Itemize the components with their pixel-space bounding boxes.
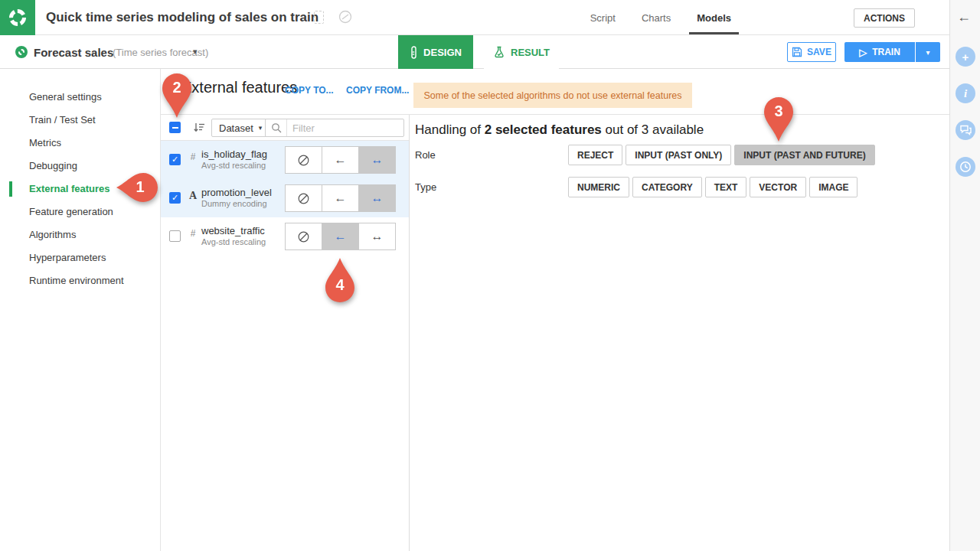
sidebar-item-general-settings[interactable]: General settings: [0, 86, 160, 109]
train-button[interactable]: ▷ TRAIN: [844, 42, 916, 62]
feature-row[interactable]: ✓ A promotion_level Dummy encoding ← ↔: [161, 179, 409, 217]
role-input-past-and-future-button[interactable]: INPUT (PAST AND FUTURE): [734, 145, 874, 165]
input-past-only-toggle[interactable]: ←: [322, 185, 359, 211]
dataset-dropdown[interactable]: Dataset ▾: [211, 119, 270, 137]
role-label: Role: [415, 149, 436, 161]
callout-pin-2: 2: [162, 73, 191, 118]
past-and-future-arrow-icon: ↔: [371, 191, 384, 205]
feature-checkbox[interactable]: ✓: [169, 192, 181, 204]
copy-to-link[interactable]: COPY TO...: [285, 85, 334, 96]
feature-name: website_traffic: [201, 225, 265, 236]
numeric-type-icon: #: [187, 152, 199, 162]
past-only-arrow-icon: ←: [335, 230, 347, 243]
save-floppy-icon: [792, 47, 802, 57]
result-tab-label: RESULT: [511, 47, 550, 58]
panel-title: External features: [181, 79, 297, 96]
sort-icon[interactable]: [193, 122, 205, 136]
model-toolbar: Forecast sales (Time series forecast) ▾ …: [0, 35, 949, 69]
right-rail: ← + i: [949, 0, 980, 551]
sidebar-item-hyperparameters[interactable]: Hyperparameters: [0, 246, 160, 269]
info-icon[interactable]: i: [956, 83, 975, 103]
type-image-button[interactable]: IMAGE: [809, 177, 858, 197]
sidebar-item-metrics[interactable]: Metrics: [0, 132, 160, 155]
sidebar-item-runtime-environment[interactable]: Runtime environment: [0, 269, 160, 292]
settings-sidebar: General settings Train / Test Set Metric…: [0, 69, 161, 551]
panel-header: External features COPY TO... COPY FROM..…: [161, 69, 949, 115]
filter-box: [265, 119, 404, 137]
save-button[interactable]: SAVE: [787, 42, 836, 62]
dataset-dropdown-label: Dataset: [219, 122, 253, 134]
train-button-group: ▷ TRAIN ▾: [844, 42, 940, 62]
filter-input[interactable]: [287, 122, 387, 134]
top-tab-bar: Script Charts Models: [590, 0, 731, 35]
text-type-icon: A: [187, 190, 199, 202]
tab-models[interactable]: Models: [697, 12, 731, 24]
result-tab[interactable]: RESULT: [484, 35, 559, 69]
type-vector-button[interactable]: VECTOR: [750, 177, 806, 197]
feature-row[interactable]: ✓ # is_holiday_flag Avg-std rescaling ← …: [161, 141, 409, 179]
callout-pin-4: 4: [325, 258, 354, 302]
callout-pin-1: 1: [116, 173, 158, 202]
reject-toggle[interactable]: [286, 185, 322, 211]
feature-name: is_holiday_flag: [201, 148, 267, 160]
model-dropdown-caret-icon[interactable]: ▾: [193, 47, 198, 57]
save-button-label: SAVE: [807, 47, 831, 57]
result-flask-icon: [493, 46, 505, 58]
feature-encoding: Avg-std rescaling: [201, 237, 266, 246]
feature-list-toolbar: Dataset ▾: [161, 115, 409, 141]
design-tab-label: DESIGN: [423, 47, 462, 58]
feature-row[interactable]: # website_traffic Avg-std rescaling ← ↔: [161, 217, 409, 256]
role-input-past-only-button[interactable]: INPUT (PAST ONLY): [626, 145, 731, 165]
input-past-and-future-toggle[interactable]: ↔: [359, 185, 395, 211]
feature-encoding: Avg-std rescaling: [201, 161, 266, 170]
past-and-future-arrow-icon: ↔: [371, 153, 384, 167]
sidebar-item-train-test-set[interactable]: Train / Test Set: [0, 109, 160, 132]
search-icon: [266, 119, 287, 136]
input-past-only-toggle[interactable]: ←: [322, 223, 359, 249]
actions-button[interactable]: ACTIONS: [854, 8, 915, 28]
type-category-button[interactable]: CATEGORY: [632, 177, 702, 197]
select-all-checkbox[interactable]: [169, 122, 181, 133]
callout-number: 4: [325, 276, 354, 294]
feature-name: promotion_level: [201, 187, 272, 198]
past-and-future-arrow-icon: ↔: [371, 230, 384, 243]
handling-heading: Handling of 2 selected features out of 3…: [415, 122, 704, 138]
collapse-panel-arrow-icon[interactable]: ←: [957, 9, 971, 25]
type-text-button[interactable]: TEXT: [705, 177, 747, 197]
play-icon: ▷: [859, 47, 867, 58]
reject-toggle[interactable]: [286, 223, 322, 249]
role-options: REJECT INPUT (PAST ONLY) INPUT (PAST AND…: [568, 145, 875, 165]
tab-script[interactable]: Script: [590, 12, 616, 24]
tab-charts[interactable]: Charts: [642, 12, 671, 24]
dataiku-logo[interactable]: [0, 0, 35, 35]
top-bar: Quick time series modeling of sales on t…: [0, 0, 949, 35]
feature-checkbox[interactable]: ✓: [169, 154, 181, 165]
input-past-and-future-toggle[interactable]: ↔: [359, 147, 395, 173]
reject-icon: [297, 192, 310, 205]
copy-from-link[interactable]: COPY FROM...: [346, 85, 409, 96]
sidebar-item-algorithms[interactable]: Algorithms: [0, 223, 160, 246]
add-icon[interactable]: +: [956, 47, 975, 67]
callout-number: 2: [162, 79, 191, 96]
role-toggle-group: ← ↔: [285, 184, 396, 212]
page-title: Quick time series modeling of sales on t…: [46, 10, 318, 25]
numeric-type-icon: #: [187, 228, 199, 239]
sidebar-item-feature-generation[interactable]: Feature generation: [0, 201, 160, 223]
input-past-and-future-toggle[interactable]: ↔: [359, 223, 395, 249]
role-reject-button[interactable]: REJECT: [568, 145, 622, 165]
app-window: Quick time series modeling of sales on t…: [0, 0, 980, 551]
copy-icon[interactable]: [314, 11, 324, 24]
reject-icon: [297, 154, 310, 167]
chevron-down-icon: ▾: [259, 124, 263, 132]
type-numeric-button[interactable]: NUMERIC: [568, 177, 629, 197]
chat-icon[interactable]: [956, 120, 975, 140]
feature-checkbox[interactable]: [169, 230, 181, 242]
input-past-only-toggle[interactable]: ←: [322, 147, 359, 173]
reject-toggle[interactable]: [286, 147, 322, 173]
role-toggle-group: ← ↔: [285, 223, 396, 250]
test-tube-icon: [410, 46, 418, 59]
history-clock-icon[interactable]: [956, 157, 975, 177]
type-options: NUMERIC CATEGORY TEXT VECTOR IMAGE: [568, 177, 858, 197]
design-tab[interactable]: DESIGN: [398, 35, 473, 69]
train-dropdown-caret[interactable]: ▾: [916, 42, 940, 62]
